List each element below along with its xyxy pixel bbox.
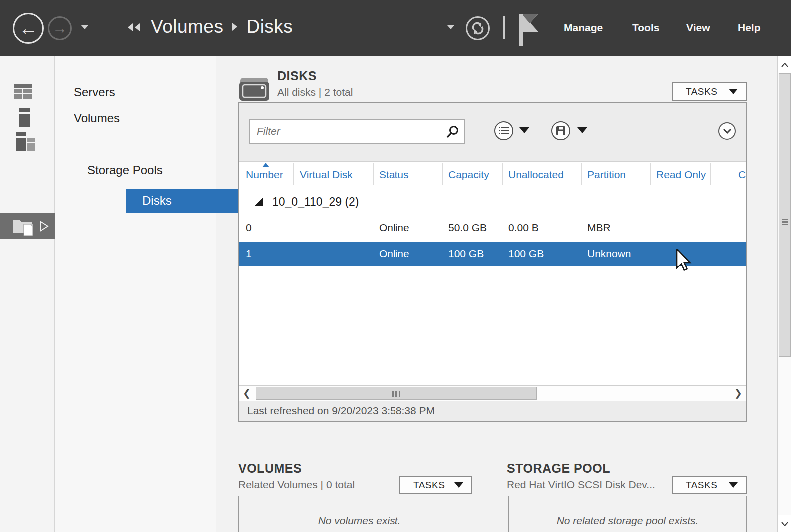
refresh-button[interactable] xyxy=(466,16,490,40)
volumes-title: VOLUMES xyxy=(238,461,302,476)
col-status[interactable]: Status xyxy=(379,169,409,181)
last-refreshed-text: Last refreshed on 9/20/2023 3:58:38 PM xyxy=(247,405,435,417)
breadcrumb: Volumes Disks xyxy=(151,16,293,37)
col-read-only[interactable]: Read Only xyxy=(656,169,706,181)
sidebar-item-all-servers[interactable] xyxy=(16,132,36,154)
col-separator xyxy=(442,163,443,185)
disks-toolbar xyxy=(239,103,746,162)
col-capacity[interactable]: Capacity xyxy=(448,169,489,181)
filter-input[interactable] xyxy=(256,122,435,141)
horizontal-scroll-thumb[interactable] xyxy=(256,387,537,400)
save-icon xyxy=(556,126,565,135)
dashboard-tiles-icon xyxy=(14,84,32,99)
storage-pool-empty-message: No related storage pool exists. xyxy=(509,515,746,527)
save-query-caret-icon[interactable] xyxy=(577,127,587,133)
col-separator xyxy=(581,163,582,185)
breadcrumb-dropdown-icon[interactable] xyxy=(447,25,454,29)
scroll-up-icon[interactable] xyxy=(778,56,791,73)
disks-tasks-label: TASKS xyxy=(686,86,717,97)
volumes-empty-box: No volumes exist. xyxy=(238,496,480,532)
volumes-tasks-button[interactable]: TASKS xyxy=(399,476,472,494)
breadcrumb-disks[interactable]: Disks xyxy=(246,16,293,37)
nav-history-dropdown-icon[interactable] xyxy=(81,25,89,29)
tasks-caret-icon xyxy=(729,89,738,94)
storage-pool-tasks-label: TASKS xyxy=(686,480,717,491)
back-button[interactable]: ← xyxy=(13,13,44,44)
nav-item-servers[interactable]: Servers xyxy=(74,85,115,99)
server-manager-window: ← → Volumes Disks xyxy=(0,0,791,532)
refresh-icon xyxy=(471,21,485,35)
nav-item-storage-pools[interactable]: Storage Pools xyxy=(87,163,163,177)
col-number[interactable]: Number xyxy=(246,169,283,181)
storage-pool-tasks-button[interactable]: TASKS xyxy=(672,476,747,494)
vertical-scroll-thumb[interactable] xyxy=(779,73,791,357)
storage-pool-title: STORAGE POOL xyxy=(507,461,610,476)
tasks-caret-icon xyxy=(454,482,463,488)
disks-heading-icon-wrap xyxy=(238,74,270,105)
save-query-button[interactable] xyxy=(551,121,570,140)
storage-pool-subtitle: Red Hat VirtIO SCSI Disk Dev... xyxy=(507,479,655,491)
sidebar-item-local-server[interactable] xyxy=(19,108,30,129)
col-partition[interactable]: Partition xyxy=(587,169,626,181)
disks-panel: Number Virtual Disk Status Capacity Unal… xyxy=(238,102,747,422)
list-view-button[interactable] xyxy=(494,121,513,140)
sidebar-item-file-storage-services[interactable] xyxy=(0,213,55,239)
back-icon: ← xyxy=(19,18,38,39)
mouse-cursor xyxy=(676,249,693,273)
col-separator xyxy=(650,163,651,185)
col-clustered[interactable]: Clu xyxy=(738,169,747,181)
breadcrumb-up-icon[interactable] xyxy=(128,23,140,31)
list-view-caret-icon[interactable] xyxy=(519,127,529,133)
cell-partition: Unknown xyxy=(587,248,631,260)
storage-pool-empty-box: No related storage pool exists. xyxy=(508,496,747,532)
group-row[interactable]: 10_0_110_29 (2) xyxy=(239,191,746,215)
col-separator xyxy=(710,163,711,185)
double-left-arrow-icon xyxy=(128,23,133,31)
all-servers-icon xyxy=(16,132,36,152)
notifications-button[interactable] xyxy=(518,13,540,49)
chevron-down-icon xyxy=(723,129,731,134)
cell-status: Online xyxy=(379,222,409,234)
disks-subtitle: All disks | 2 total xyxy=(277,86,353,98)
search-icon[interactable] xyxy=(446,125,459,139)
table-row-selected[interactable]: 1 Online 100 GB 100 GB Unknown xyxy=(239,242,746,266)
forward-button[interactable]: → xyxy=(48,16,72,40)
col-separator xyxy=(502,163,503,185)
disks-tasks-button[interactable]: TASKS xyxy=(672,82,747,101)
col-separator xyxy=(293,163,294,185)
scroll-down-icon[interactable] xyxy=(778,515,791,532)
cell-partition: MBR xyxy=(587,222,611,234)
scroll-right-icon[interactable]: ❯ xyxy=(731,386,746,400)
breadcrumb-volumes[interactable]: Volumes xyxy=(151,16,223,37)
double-left-arrow-icon xyxy=(135,23,140,31)
col-unallocated[interactable]: Unallocated xyxy=(508,169,564,181)
menu-view[interactable]: View xyxy=(686,22,710,34)
nav-item-volumes[interactable]: Volumes xyxy=(74,111,120,125)
group-collapse-icon[interactable] xyxy=(255,198,263,206)
vertical-scrollbar[interactable] xyxy=(777,56,791,532)
nav-panel: Servers Volumes Disks Storage Pools xyxy=(55,56,216,532)
top-bar: ← → Volumes Disks xyxy=(0,0,791,56)
scroll-left-icon[interactable]: ❮ xyxy=(239,386,254,400)
menu-manage[interactable]: Manage xyxy=(564,22,603,34)
volumes-empty-message: No volumes exist. xyxy=(239,515,480,527)
file-storage-icon xyxy=(13,217,37,236)
forward-icon: → xyxy=(52,20,67,37)
menu-tools[interactable]: Tools xyxy=(632,22,659,34)
cell-status: Online xyxy=(379,248,409,260)
cell-number: 0 xyxy=(246,222,252,234)
table-row[interactable]: 0 Online 50.0 GB 0.00 B MBR xyxy=(239,216,746,240)
disks-status-bar: Last refreshed on 9/20/2023 3:58:38 PM xyxy=(239,401,746,421)
menu-help[interactable]: Help xyxy=(738,22,761,34)
cell-unallocated: 100 GB xyxy=(508,248,544,260)
disk-drive-icon xyxy=(238,74,270,103)
tasks-caret-icon xyxy=(729,482,738,488)
col-virtual-disk[interactable]: Virtual Disk xyxy=(300,169,353,181)
sidebar-icon-strip xyxy=(0,56,55,532)
sidebar-item-dashboard[interactable] xyxy=(14,84,32,101)
group-label: 10_0_110_29 (2) xyxy=(272,195,359,209)
collapse-panel-button[interactable] xyxy=(718,122,736,140)
expand-arrow-icon xyxy=(40,221,49,232)
cell-number: 1 xyxy=(246,248,252,260)
horizontal-scrollbar[interactable]: ❮ ❯ xyxy=(239,385,746,401)
